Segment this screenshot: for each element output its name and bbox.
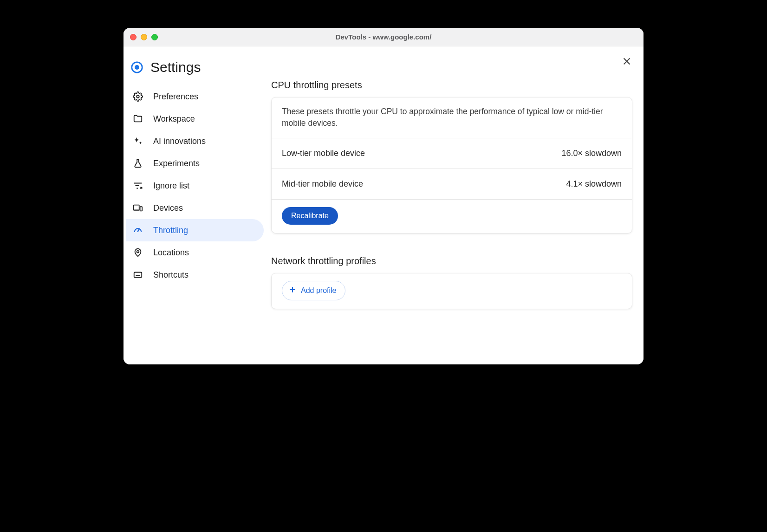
settings-sidebar: Settings Preferences Workspace — [124, 46, 267, 364]
flask-icon — [133, 158, 143, 169]
devtools-icon — [130, 60, 144, 74]
settings-header: Settings — [126, 57, 264, 85]
window-titlebar: DevTools - www.google.com/ — [124, 28, 644, 46]
window-title: DevTools - www.google.com/ — [124, 33, 644, 41]
sidebar-item-throttling[interactable]: Throttling — [126, 219, 264, 241]
folder-icon — [133, 114, 143, 124]
sidebar-item-label: Locations — [153, 248, 189, 258]
network-throttling-section: Network throttling profiles Add profile — [271, 256, 632, 309]
svg-rect-7 — [134, 272, 142, 278]
settings-main: CPU throttling presets These presets thr… — [267, 46, 644, 364]
close-icon — [622, 56, 632, 66]
preset-name: Mid-tier mobile device — [282, 179, 363, 189]
settings-content: Settings Preferences Workspace — [124, 46, 644, 364]
sidebar-item-label: Shortcuts — [153, 270, 188, 280]
settings-nav: Preferences Workspace AI innovations — [126, 85, 264, 286]
network-profiles-card: Add profile — [271, 273, 632, 309]
devices-icon — [133, 203, 143, 213]
filter-x-icon — [133, 181, 143, 191]
add-profile-label: Add profile — [301, 286, 337, 295]
sidebar-item-devices[interactable]: Devices — [126, 197, 264, 219]
sidebar-item-label: Workspace — [153, 114, 195, 124]
network-section-title: Network throttling profiles — [271, 256, 632, 266]
devtools-settings-window: DevTools - www.google.com/ Settings — [124, 28, 644, 364]
preset-value: 16.0× slowdown — [561, 149, 622, 158]
pin-icon — [133, 247, 143, 258]
sidebar-item-label: Ignore list — [153, 181, 189, 191]
sidebar-item-label: AI innovations — [153, 136, 206, 146]
sidebar-item-locations[interactable]: Locations — [126, 241, 264, 264]
maximize-window-button[interactable] — [151, 34, 158, 40]
recalibrate-button[interactable]: Recalibrate — [282, 207, 338, 225]
sidebar-item-ai-innovations[interactable]: AI innovations — [126, 130, 264, 152]
preset-value: 4.1× slowdown — [566, 179, 622, 189]
svg-rect-4 — [140, 207, 143, 211]
close-window-button[interactable] — [130, 34, 136, 40]
sidebar-item-experiments[interactable]: Experiments — [126, 152, 264, 175]
svg-point-5 — [137, 231, 139, 232]
cpu-presets-card: These presets throttle your CPU to appro… — [271, 97, 632, 234]
sidebar-item-label: Experiments — [153, 159, 200, 169]
sidebar-item-label: Preferences — [153, 92, 198, 102]
cpu-throttling-section: CPU throttling presets These presets thr… — [271, 80, 632, 234]
close-settings-button[interactable] — [620, 55, 633, 68]
sidebar-item-label: Devices — [153, 203, 183, 213]
preset-row-low-tier: Low-tier mobile device 16.0× slowdown — [272, 138, 632, 169]
sidebar-item-shortcuts[interactable]: Shortcuts — [126, 264, 264, 286]
sidebar-item-preferences[interactable]: Preferences — [126, 85, 264, 108]
sidebar-item-ignore-list[interactable]: Ignore list — [126, 175, 264, 197]
traffic-lights — [130, 34, 158, 40]
keyboard-icon — [133, 270, 143, 280]
svg-point-6 — [137, 251, 139, 253]
add-profile-button[interactable]: Add profile — [282, 281, 345, 300]
plus-icon — [288, 285, 297, 296]
svg-point-2 — [136, 95, 139, 98]
svg-rect-3 — [134, 205, 139, 210]
gear-icon — [133, 91, 143, 102]
page-title: Settings — [150, 59, 201, 75]
sidebar-item-workspace[interactable]: Workspace — [126, 108, 264, 130]
sidebar-item-label: Throttling — [153, 226, 188, 235]
svg-point-1 — [135, 65, 139, 70]
preset-name: Low-tier mobile device — [282, 149, 365, 158]
preset-row-mid-tier: Mid-tier mobile device 4.1× slowdown — [272, 169, 632, 199]
cpu-card-footer: Recalibrate — [272, 199, 632, 233]
cpu-presets-description: These presets throttle your CPU to appro… — [272, 97, 632, 138]
minimize-window-button[interactable] — [141, 34, 147, 40]
gauge-icon — [133, 225, 143, 235]
cpu-section-title: CPU throttling presets — [271, 80, 632, 91]
sparkle-icon — [133, 136, 143, 146]
